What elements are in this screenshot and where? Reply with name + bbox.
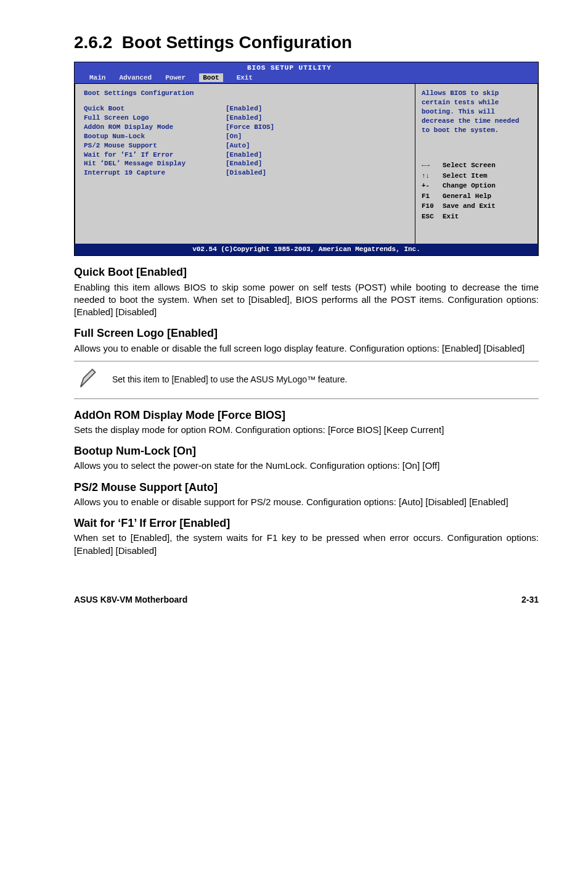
bios-left-panel: Boot Settings Configuration Quick Boot [… (75, 83, 415, 244)
bios-key-desc: Exit (443, 212, 459, 222)
bios-tab-main[interactable]: Main (89, 73, 105, 83)
bios-item-hit-del[interactable]: Hit ʻDELʼ Message Display [Enabled] (84, 159, 406, 168)
bios-key-desc: Change Option (443, 181, 496, 191)
bios-key: ↑↓ (422, 171, 443, 181)
bios-key-desc: Save and Exit (443, 201, 496, 212)
note-text: Set this item to [Enabled] to use the AS… (112, 374, 347, 386)
bios-key-desc: Select Screen (443, 160, 496, 171)
bios-tab-power[interactable]: Power (165, 73, 186, 83)
bios-key-row: F1General Help (422, 191, 531, 202)
paragraph-full-screen-logo: Allows you to enable or disable the full… (74, 342, 539, 355)
bios-key-row: +-Change Option (422, 181, 531, 191)
paragraph-quick-boot: Enabling this item allows BIOS to skip s… (74, 281, 539, 319)
heading-ps2-mouse: PS/2 Mouse Support [Auto] (74, 480, 539, 495)
bios-key-row: ↑↓Select Item (422, 171, 531, 181)
bios-key: ←→ (422, 160, 443, 171)
bios-item-quick-boot[interactable]: Quick Boot [Enabled] (84, 104, 406, 113)
bios-key-legend: ←→Select Screen ↑↓Select Item +-Change O… (415, 152, 537, 228)
bios-item-label: Wait for ʻF1ʼ If Error (84, 151, 226, 160)
bios-item-label: Full Screen Logo (84, 113, 226, 123)
bios-item-label: Interrupt 19 Capture (84, 168, 226, 178)
bios-key-desc: General Help (443, 191, 491, 202)
bios-footer: v02.54 (C)Copyright 1985-2003, American … (75, 244, 538, 255)
bios-right-panel: Allows BIOS to skip certain tests while … (415, 83, 538, 244)
bios-item-label: Hit ʻDELʼ Message Display (84, 159, 226, 168)
bios-item-value: [On] (226, 132, 242, 141)
heading-full-screen-logo: Full Screen Logo [Enabled] (74, 326, 539, 340)
bios-help-text: Allows BIOS to skip certain tests while … (415, 84, 537, 152)
heading-quick-boot: Quick Boot [Enabled] (74, 265, 539, 279)
bios-item-full-screen-logo[interactable]: Full Screen Logo [Enabled] (84, 113, 406, 123)
bios-left-header: Boot Settings Configuration (84, 89, 406, 98)
bios-key: F1 (422, 191, 443, 202)
bios-utility-title: BIOS SETUP UTILITY (247, 64, 332, 73)
bios-key: ESC (422, 212, 443, 222)
bios-key-row: F10Save and Exit (422, 201, 531, 212)
footer-left: ASUS K8V-VM Motherboard (74, 594, 187, 606)
bios-tab-advanced[interactable]: Advanced (119, 73, 152, 83)
bios-item-ps2-mouse[interactable]: PS/2 Mouse Support [Auto] (84, 141, 406, 151)
heading-addon-rom: AddOn ROM Display Mode [Force BIOS] (74, 408, 539, 423)
paragraph-bootup-numlock: Allows you to select the power-on state … (74, 460, 539, 472)
bios-item-label: PS/2 Mouse Support (84, 141, 226, 151)
bios-setup-panel: BIOS SETUP UTILITY Main Advanced Power B… (74, 62, 539, 257)
bios-item-label: Bootup Num-Lock (84, 132, 226, 141)
bios-tab-boot[interactable]: Boot (199, 73, 223, 83)
bios-body: Boot Settings Configuration Quick Boot [… (75, 83, 538, 244)
bios-item-value: [Enabled] (226, 159, 262, 168)
bios-key-row: ESCExit (422, 212, 531, 222)
note-box: Set this item to [Enabled] to use the AS… (74, 361, 539, 399)
heading-wait-f1: Wait for ‘F1’ If Error [Enabled] (74, 516, 539, 530)
bios-key-row: ←→Select Screen (422, 160, 531, 171)
bios-key: F10 (422, 201, 443, 212)
bios-item-interrupt19[interactable]: Interrupt 19 Capture [Disabled] (84, 168, 406, 178)
pencil-icon (78, 366, 101, 394)
bios-title-row: BIOS SETUP UTILITY (75, 62, 538, 73)
paragraph-wait-f1: When set to [Enabled], the system waits … (74, 532, 539, 557)
bios-item-addon-rom[interactable]: AddOn ROM Display Mode [Force BIOS] (84, 123, 406, 132)
bios-tab-exit[interactable]: Exit (237, 73, 253, 83)
section-title: 2.6.2 Boot Settings Configuration (74, 31, 539, 54)
bios-item-value: [Enabled] (226, 151, 262, 160)
footer-right: 2-31 (521, 594, 539, 606)
bios-tabs: Main Advanced Power Boot Exit (75, 73, 538, 84)
bios-item-label: Quick Boot (84, 104, 226, 113)
bios-item-numlock[interactable]: Bootup Num-Lock [On] (84, 132, 406, 141)
heading-bootup-numlock: Bootup Num-Lock [On] (74, 444, 539, 458)
bios-item-label: AddOn ROM Display Mode (84, 123, 226, 132)
bios-item-value: [Enabled] (226, 104, 262, 113)
bios-key-desc: Select Item (443, 171, 488, 181)
bios-item-value: [Auto] (226, 141, 250, 151)
section-title-text: Boot Settings Configuration (122, 33, 352, 52)
paragraph-addon-rom: Sets the display mode for option ROM. Co… (74, 424, 539, 436)
paragraph-ps2-mouse: Allows you to enable or disable support … (74, 496, 539, 508)
bios-item-value: [Force BIOS] (226, 123, 274, 132)
bios-item-value: [Disabled] (226, 168, 266, 178)
bios-key: +- (422, 181, 443, 191)
page-footer: ASUS K8V-VM Motherboard 2-31 (74, 594, 539, 606)
bios-item-wait-f1[interactable]: Wait for ʻF1ʼ If Error [Enabled] (84, 151, 406, 160)
bios-item-value: [Enabled] (226, 113, 262, 123)
section-number: 2.6.2 (74, 33, 112, 52)
